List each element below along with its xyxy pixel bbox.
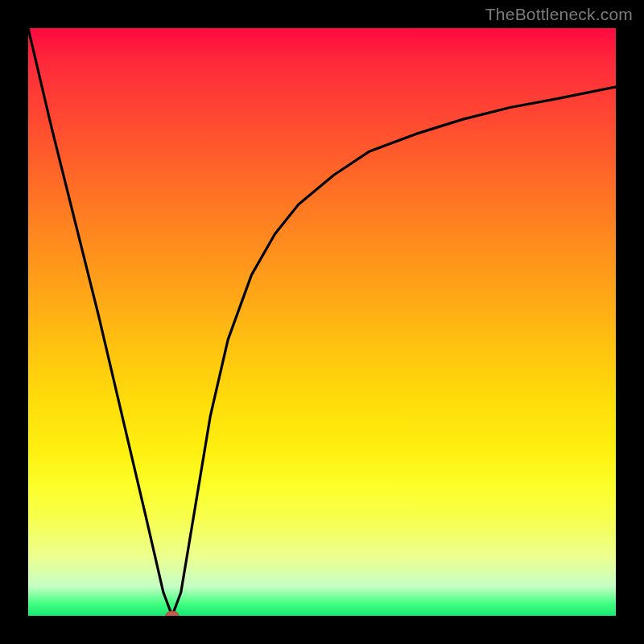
chart-frame: TheBottleneck.com xyxy=(0,0,644,644)
optimum-marker xyxy=(166,611,179,616)
chart-svg-layer xyxy=(28,28,616,616)
bottleneck-curve xyxy=(28,28,616,616)
watermark-text: TheBottleneck.com xyxy=(485,5,633,24)
